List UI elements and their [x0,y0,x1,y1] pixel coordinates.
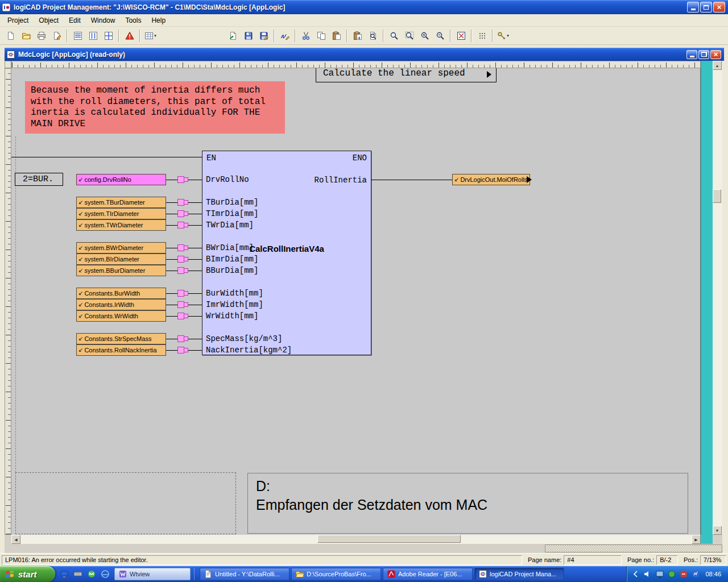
toolbar-new-page-button[interactable] [3,28,18,43]
menu-object[interactable]: Object [34,15,64,26]
block-input-pin-label: DrvRollNo [206,174,249,185]
taskbar-task-1[interactable]: Wtview [114,568,191,580]
tray-blue-icon[interactable] [691,569,700,579]
tray-display-icon[interactable] [655,569,664,579]
menu-help[interactable]: Help [146,15,171,26]
toolbar-paste-button[interactable] [329,28,344,43]
taskbar-task-5[interactable]: logiCAD Project Mana... [474,568,564,580]
inertia-comment-box[interactable]: Because the moment of inertia differs mu… [25,81,285,134]
toolbar-copy-button[interactable] [313,28,329,43]
scroll-up-button[interactable]: ▲ [713,61,722,70]
toolbar-save-button[interactable] [241,28,256,43]
output-variable-label[interactable]: DrvLogicOut.MoiOfRolls [452,174,530,185]
input-variable-label[interactable]: system.TBurDiameter [76,197,166,208]
toolbar-save-pen-button[interactable] [256,28,271,43]
toolbar-cut-button[interactable] [298,28,313,43]
input-variable-label[interactable]: system.BWrDiameter [76,242,166,253]
toolbar-printer-button[interactable] [34,28,49,43]
tray-chevron-icon[interactable] [631,569,640,579]
tray-volume-icon[interactable] [643,569,652,579]
toolbar-page-edit-button[interactable] [49,28,64,43]
toolbar-warning-button[interactable] [122,28,137,43]
toolbar-zoom-in-button[interactable] [417,28,432,43]
input-variable-label[interactable]: Constants.RollNackInertia [76,344,166,356]
minimize-button[interactable] [687,2,699,13]
clock[interactable]: 08:46 [705,571,721,577]
toolbar-find-page-button[interactable] [365,28,380,43]
toolbar-paste-arrow-button[interactable] [350,28,365,43]
pos-value: 7/13% [700,555,726,565]
maximize-icon [704,5,709,10]
menu-edit[interactable]: Edit [64,15,86,26]
scroll-left-button[interactable]: ◀ [11,535,20,544]
wire [188,339,202,339]
wire [166,305,178,305]
toolbar-table-button[interactable]: ▾ [143,28,158,43]
main-titlebar: logiCAD Project Management: "J:\WISCO-RC… [0,0,728,14]
wire [188,316,202,317]
vertical-scroll-thumb[interactable] [713,189,721,203]
menu-project[interactable]: Project [2,15,34,26]
background-scrollbar-track[interactable] [545,544,722,552]
toolbar-signature-button[interactable] [277,28,292,43]
toolbar-key-button[interactable]: ▾ [495,28,511,43]
toolbar-window-x-button[interactable] [453,28,469,43]
input-variable-label[interactable]: system.BBurDiameter [76,265,166,276]
description-box[interactable]: D: Empfangen der Setzdaten vom MAC [247,473,688,534]
input-variable-label[interactable]: Constants.StrSpecMass [76,333,166,344]
menu-tools[interactable]: Tools [120,15,146,26]
toolbar-page-refresh-button[interactable] [225,28,241,43]
ql-msn-icon[interactable] [85,568,98,580]
task-label: Untitled - Y:\DataRolli... [215,571,280,577]
input-variable-label[interactable]: Constants.BurWidth [76,288,166,299]
horizontal-scroll-thumb[interactable] [317,535,461,543]
child-close-button[interactable]: × [710,50,721,59]
toolbar-open-folder-button[interactable] [18,28,34,43]
input-variable-label[interactable]: Constants.IrWidth [76,299,166,310]
ql-desktop-icon[interactable] [58,568,71,580]
close-button[interactable]: × [713,2,725,13]
input-variable-label[interactable]: system.TIrDiameter [76,208,166,219]
ql-ie-icon[interactable] [99,568,111,580]
toolbar-zoom-sel-button[interactable] [402,28,417,43]
task-label: D:\SourceProBas\Fro... [307,571,371,577]
ql-keyboard-icon[interactable] [72,568,84,580]
variable-name: system.TIrDiameter [84,210,139,217]
linear-speed-comment-box[interactable]: Calculate the linear speed [316,68,497,82]
start-button[interactable]: start [0,566,55,582]
input-variable-label[interactable]: system.BIrDiameter [76,253,166,265]
diagram-canvas[interactable]: Calculate the linear speed Because the m… [11,68,701,535]
horizontal-scrollbar[interactable]: ◀ ▶ [11,535,701,544]
toolbar-view-rows-button[interactable] [70,28,85,43]
toolbar-zoom-button[interactable] [386,28,402,43]
scroll-right-button[interactable]: ▶ [692,535,701,544]
child-minimize-button[interactable] [686,50,697,59]
tray-green-icon[interactable] [667,569,676,579]
toolbar-separator [295,30,296,42]
connection-pin-inner [184,336,188,341]
connection-pin-inner [184,314,188,318]
pos-label: Pos.: [684,556,698,563]
taskbar-task-4[interactable]: Adobe Reader - [E06... [383,568,473,580]
child-restore-button[interactable] [698,50,709,59]
input-variable-label[interactable]: Constants.WrWidth [76,310,166,322]
selector-box[interactable]: 2=BUR. [15,173,63,186]
tray-red-icon[interactable] [679,569,688,579]
toolbar-zoom-out-button[interactable] [432,28,448,43]
toolbar-dots-button[interactable] [474,28,490,43]
wire [188,305,202,305]
taskbar-task-2[interactable]: Untitled - Y:\DataRolli... [200,568,289,580]
toolbar-view-columns-button[interactable] [85,28,101,43]
block-input-pin-label: BImrDia[mm] [206,254,258,264]
menu-window[interactable]: Window [86,15,121,26]
scroll-down-button[interactable]: ▼ [713,526,722,535]
maximize-button[interactable] [700,2,712,13]
system-tray: 08:46 [626,566,728,582]
wire [166,225,178,226]
block-input-pin-label: TWrDia[mm] [206,220,254,230]
vertical-scrollbar[interactable]: ▲ ▼ [713,61,722,535]
taskbar-task-3[interactable]: D:\SourceProBas\Fro... [291,568,381,580]
input-variable-label[interactable]: system.TWrDiameter [76,219,166,231]
toolbar-view-tile-button[interactable] [101,28,116,43]
input-variable-label[interactable]: config.DrvRollNo [76,174,166,185]
